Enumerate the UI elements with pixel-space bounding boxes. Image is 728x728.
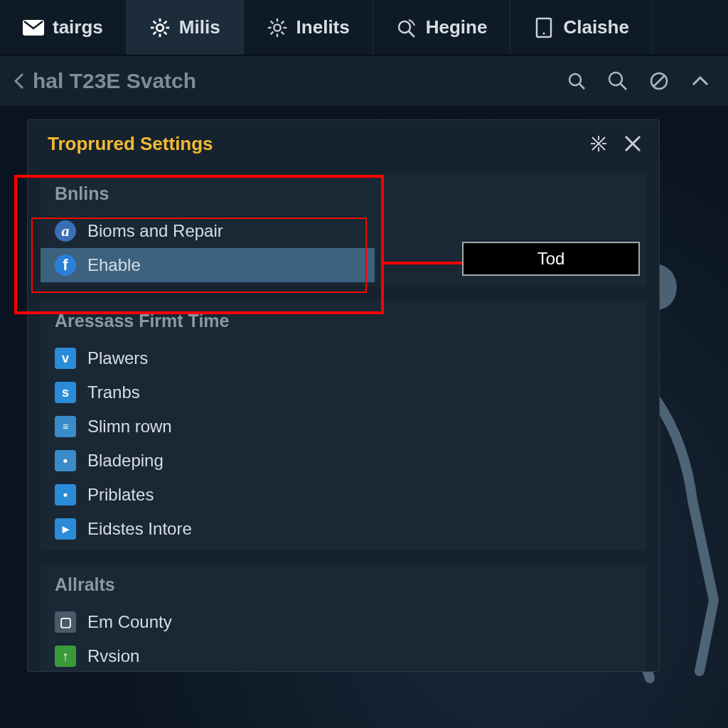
svg-line-17 xyxy=(281,31,284,34)
svg-line-10 xyxy=(164,21,166,23)
svg-point-24 xyxy=(569,74,581,85)
item-priblates[interactable]: ▪ Priblates xyxy=(41,478,646,512)
tab-hegine[interactable]: Hegine xyxy=(373,0,511,55)
app-icon: v xyxy=(55,348,76,369)
letter-a-icon: a xyxy=(55,220,76,242)
item-label: Bladeping xyxy=(87,451,164,471)
item-label: Plawers xyxy=(87,348,148,368)
item-rvsion[interactable]: ↑ Rvsion xyxy=(41,639,646,667)
item-label: Ehable xyxy=(87,255,141,275)
gear-icon xyxy=(149,17,171,38)
item-bioms-and-repair[interactable]: a Bioms and Repair xyxy=(41,214,375,248)
section-header: Bnlins xyxy=(41,173,646,214)
svg-point-20 xyxy=(399,21,410,33)
back-arrow-icon xyxy=(13,73,26,90)
svg-line-9 xyxy=(153,31,156,34)
svg-line-8 xyxy=(164,31,166,34)
breadcrumb-bar: hal T23E Svatch xyxy=(0,55,728,107)
app-icon: ▢ xyxy=(55,611,76,633)
letter-f-icon: f xyxy=(55,255,76,276)
svg-line-7 xyxy=(153,21,156,23)
chevron-up-icon[interactable] xyxy=(690,70,711,92)
svg-point-11 xyxy=(274,24,280,31)
mail-icon xyxy=(23,17,44,38)
app-icon: ▪ xyxy=(55,484,76,505)
svg-point-26 xyxy=(609,73,622,85)
tod-button[interactable]: Tod xyxy=(462,242,640,276)
svg-line-18 xyxy=(270,31,273,34)
svg-line-29 xyxy=(653,75,665,87)
svg-line-21 xyxy=(409,31,414,37)
app-icon: ≡ xyxy=(55,416,76,437)
tab-label: tairgs xyxy=(53,16,103,38)
svg-line-16 xyxy=(270,21,273,23)
svg-line-27 xyxy=(621,84,626,90)
tod-button-label: Tod xyxy=(537,249,565,269)
breadcrumb[interactable]: hal T23E Svatch xyxy=(13,69,196,93)
item-label: Rvsion xyxy=(87,646,139,666)
tab-claishe[interactable]: Claishe xyxy=(510,0,653,55)
section-allralts: Allralts ▢ Em County ↑ Rvsion xyxy=(41,564,646,671)
gear-outline-icon xyxy=(267,17,288,38)
tab-label: Hegine xyxy=(426,16,488,38)
top-nav: tairgs Milis Inelits Hegine Claishe xyxy=(0,0,728,55)
blocked-icon[interactable] xyxy=(648,70,670,92)
close-icon[interactable] xyxy=(623,134,643,154)
item-tranbs[interactable]: s Tranbs xyxy=(41,375,646,410)
item-em-county[interactable]: ▢ Em County xyxy=(41,605,646,639)
item-label: Slimn rown xyxy=(87,417,172,437)
tab-inelits[interactable]: Inelits xyxy=(244,0,373,55)
breadcrumb-label: hal T23E Svatch xyxy=(33,69,196,93)
tab-milis[interactable]: Milis xyxy=(127,0,244,55)
item-label: Tranbs xyxy=(87,382,140,402)
app-icon: s xyxy=(55,382,76,403)
section-header: Aressass Firmt Time xyxy=(41,301,646,341)
svg-line-25 xyxy=(579,84,584,89)
zoom-icon[interactable] xyxy=(607,70,628,92)
item-label: Eidstes Intore xyxy=(87,519,192,539)
item-label: Bioms and Repair xyxy=(87,221,223,241)
item-plawers[interactable]: v Plawers xyxy=(41,341,646,375)
collapse-icon[interactable] xyxy=(589,134,609,154)
tab-label: Milis xyxy=(179,16,220,38)
svg-point-2 xyxy=(156,24,163,31)
tab-label: Inelits xyxy=(296,16,350,38)
app-icon: • xyxy=(55,450,76,471)
tab-tairgs[interactable]: tairgs xyxy=(0,0,127,55)
app-icon: ▸ xyxy=(55,518,76,540)
search-signal-icon xyxy=(396,17,417,38)
tablet-icon xyxy=(533,17,555,38)
section-aressass: Aressass Firmt Time v Plawers s Tranbs ≡… xyxy=(41,301,646,550)
svg-line-19 xyxy=(281,21,284,23)
item-eidstes-intore[interactable]: ▸ Eidstes Intore xyxy=(41,512,646,546)
item-label: Priblates xyxy=(87,485,154,505)
app-icon: ↑ xyxy=(55,646,76,667)
settings-panel: Troprured Settings Bnlins a Bioms and Re… xyxy=(27,119,660,672)
item-label: Em County xyxy=(87,612,172,632)
item-ehable[interactable]: f Ehable xyxy=(41,248,375,282)
section-header: Allralts xyxy=(41,564,646,605)
item-slimn-rown[interactable]: ≡ Slimn rown xyxy=(41,410,646,444)
tab-label: Claishe xyxy=(563,16,629,38)
svg-point-23 xyxy=(543,32,545,34)
search-icon[interactable] xyxy=(566,70,587,92)
item-bladeping[interactable]: • Bladeping xyxy=(41,444,646,478)
panel-title: Troprured Settings xyxy=(48,133,213,155)
